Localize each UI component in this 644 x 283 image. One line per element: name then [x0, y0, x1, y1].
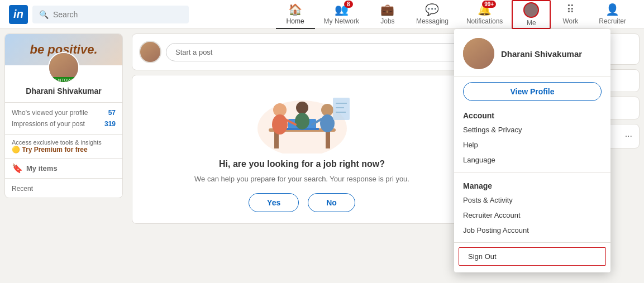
recent-section: Recent — [5, 178, 122, 198]
svg-point-10 — [321, 104, 333, 116]
notifications-label: Notifications — [466, 17, 503, 25]
svg-rect-14 — [333, 98, 350, 120]
sign-out-button[interactable]: Sign Out — [459, 247, 606, 266]
dropdown-avatar — [463, 38, 494, 69]
my-items-label: My items — [26, 164, 58, 172]
my-items-section[interactable]: 🔖 My items — [5, 158, 122, 178]
profile-avatar-wrap: #OPENTOWORK Dharani Shivakumar — [5, 52, 122, 102]
job-yes-button[interactable]: Yes — [249, 193, 299, 212]
post-prompt-avatar — [139, 41, 161, 63]
bookmark-icon: 🔖 — [12, 163, 23, 174]
nav-item-jobs[interactable]: 💼 Jobs — [368, 0, 407, 29]
stat-row-views[interactable]: Who's viewed your profile 57 — [12, 107, 116, 118]
navbar: in 🔍 🏠 Home 👥 8 My Network 💼 Jobs 💬 Mess… — [0, 0, 644, 29]
help-item[interactable]: Help — [454, 137, 610, 152]
recruiter-account-item[interactable]: Recruiter Account — [454, 208, 610, 223]
account-section-title: Account — [454, 107, 610, 122]
stat-impressions-label: Impressions of your post — [12, 120, 85, 128]
job-prompt-subtitle: We can help you prepare for your search.… — [194, 175, 409, 183]
job-prompt-title: Hi, are you looking for a job right now? — [219, 159, 385, 169]
search-input[interactable] — [53, 10, 182, 19]
me-dropdown: Dharani Shivakumar View Profile Account … — [454, 29, 610, 272]
view-profile-button[interactable]: View Profile — [463, 82, 602, 101]
avatar-badge-ring: #OPENTOWORK — [48, 77, 79, 83]
dropdown-divider-2 — [454, 242, 610, 243]
more-icon[interactable]: ··· — [625, 131, 632, 141]
nav-item-home[interactable]: 🏠 Home — [276, 0, 315, 29]
nav-item-me[interactable]: Me — [512, 0, 551, 29]
notifications-badge: 99+ — [482, 1, 496, 8]
left-sidebar: be positive. #OPENTOWORK Dharani Shivaku… — [0, 29, 127, 283]
premium-text: Access exclusive tools & insights — [12, 139, 116, 146]
post-prompt-card: Start a post — [132, 33, 472, 70]
svg-point-9 — [295, 113, 309, 129]
nav-item-work[interactable]: ⠿ Work — [551, 0, 590, 29]
posts-activity-item[interactable]: Posts & Activity — [454, 193, 610, 208]
network-icon: 👥 8 — [335, 3, 349, 16]
recruiter-label: Recruiter — [599, 17, 626, 25]
manage-section-title: Manage — [454, 177, 610, 193]
stat-views-label: Who's viewed your profile — [12, 109, 88, 117]
nav-center: 🏠 Home 👥 8 My Network 💼 Jobs 💬 Messaging… — [276, 0, 635, 29]
svg-point-8 — [296, 102, 308, 114]
profile-name: Dharani Shivakumar — [26, 87, 101, 95]
dropdown-avatar-image — [463, 38, 494, 69]
dropdown-user-name: Dharani Shivakumar — [501, 49, 582, 59]
nav-item-messaging[interactable]: 💬 Messaging — [407, 0, 457, 29]
linkedin-logo[interactable]: in — [9, 5, 28, 24]
profile-stats: Who's viewed your profile 57 Impressions… — [5, 102, 122, 134]
search-icon: 🔍 — [39, 10, 49, 19]
job-no-button[interactable]: No — [308, 193, 355, 212]
premium-link[interactable]: Try Premium for free — [12, 146, 116, 154]
post-input[interactable]: Start a post — [166, 43, 465, 61]
recruiter-icon: 👤 — [605, 3, 619, 16]
job-prompt-actions: Yes No — [249, 193, 355, 212]
job-illustration — [246, 87, 358, 154]
messaging-label: Messaging — [416, 17, 449, 25]
home-icon: 🏠 — [288, 3, 302, 16]
me-label: Me — [527, 19, 536, 27]
nav-item-my-network[interactable]: 👥 8 My Network — [315, 0, 368, 29]
nav-item-recruiter[interactable]: 👤 Recruiter — [590, 0, 635, 29]
network-badge: 8 — [344, 1, 353, 8]
work-icon: ⠿ — [566, 3, 575, 16]
nav-item-notifications[interactable]: 🔔 99+ Notifications — [457, 0, 512, 29]
network-label: My Network — [324, 17, 359, 25]
job-posting-account-item[interactable]: Job Posting Account — [454, 223, 610, 238]
home-label: Home — [287, 17, 304, 25]
language-item[interactable]: Language — [454, 152, 610, 167]
jobs-icon: 💼 — [380, 3, 394, 16]
settings-privacy-item[interactable]: Settings & Privacy — [454, 122, 610, 137]
svg-point-7 — [272, 114, 288, 135]
notifications-icon: 🔔 99+ — [478, 3, 492, 16]
profile-card: be positive. #OPENTOWORK Dharani Shivaku… — [4, 33, 123, 198]
svg-rect-3 — [326, 132, 330, 148]
svg-point-11 — [320, 114, 335, 132]
me-avatar — [523, 2, 539, 18]
jobs-label: Jobs — [380, 17, 394, 25]
messaging-icon: 💬 — [425, 3, 439, 16]
recent-label: Recent — [12, 185, 33, 193]
profile-avatar: #OPENTOWORK — [48, 52, 79, 83]
center-feed: Start a post — [127, 29, 476, 283]
stat-row-impressions[interactable]: Impressions of your post 319 — [12, 118, 116, 129]
stat-impressions-value: 319 — [104, 120, 116, 128]
work-label: Work — [562, 17, 578, 25]
dropdown-header: Dharani Shivakumar — [454, 29, 610, 76]
search-bar[interactable]: 🔍 — [32, 6, 189, 23]
premium-section: Access exclusive tools & insights Try Pr… — [5, 134, 122, 158]
job-prompt-card: Hi, are you looking for a job right now?… — [132, 75, 472, 224]
dropdown-divider — [454, 172, 610, 172]
stat-views-value: 57 — [108, 109, 116, 117]
